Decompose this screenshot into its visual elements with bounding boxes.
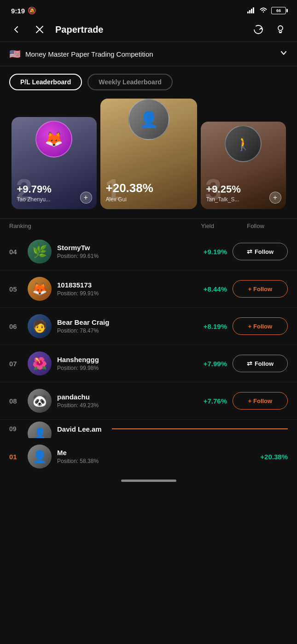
svg-rect-1 [249, 10, 250, 13]
podium-yield-1: +20.38% [106, 181, 192, 195]
partial-rank: 09 [9, 425, 22, 433]
home-bar [121, 480, 176, 482]
back-button[interactable] [9, 22, 24, 37]
me-info: Me Position: 58.38% [57, 449, 249, 464]
position-08: Position: 49.23% [57, 402, 188, 409]
username-06: Bear Bear Craig [57, 318, 188, 326]
competition-dropdown-icon[interactable] [280, 49, 288, 59]
me-rank: 01 [9, 453, 22, 461]
tab-weekly-leaderboard[interactable]: Weekly Leaderboard [87, 74, 173, 90]
rank-08: 08 [9, 397, 22, 405]
list-header-ranking: Ranking [9, 222, 46, 229]
follow-btn-06[interactable]: + Follow [233, 317, 288, 335]
follow-btn-07[interactable]: ⇄ Follow [233, 355, 288, 372]
avatar-06: 🧑 [28, 314, 52, 338]
rank-04: 04 [9, 248, 22, 256]
list-item: 06 🧑 Bear Bear Craig Position: 78.47% +8… [0, 308, 297, 345]
status-icons: 66 [247, 7, 286, 15]
refresh-button[interactable] [251, 22, 266, 37]
position-05: Position: 99.91% [57, 290, 188, 297]
info-07: Hanshenggg Position: 99.98% [57, 356, 188, 371]
yield-06: +8.19% [194, 322, 227, 330]
signal-icon [247, 7, 256, 15]
podium-info-2: +9.79% Tao Zhenyu... [12, 180, 97, 209]
follow-btn-08[interactable]: + Follow [233, 392, 288, 410]
competition-name: 🇺🇸 Money Master Paper Trading Competitio… [9, 48, 153, 59]
follow-arrow-icon-2: ⇄ [247, 360, 252, 367]
leaderboard-list: 04 🌿 StormyTw Position: 99.61% +9.19% ⇄ … [0, 233, 297, 438]
partial-name: David Lee.am [57, 425, 102, 433]
podium-info-3: +9.25% Tan_Talk_S... [201, 180, 286, 209]
info-08: pandachu Position: 49.23% [57, 393, 188, 409]
svg-point-7 [278, 26, 283, 30]
wifi-icon [259, 7, 268, 15]
svg-rect-3 [253, 7, 254, 13]
yield-05: +8.44% [194, 285, 227, 293]
list-header-yield: Yield [46, 222, 223, 229]
info-05: 101835173 Position: 99.91% [57, 281, 188, 297]
time: 9:19 [11, 7, 25, 15]
list-header-follow: Follow [223, 222, 288, 229]
tab-pl-leaderboard[interactable]: P/L Leaderboard [9, 74, 82, 90]
podium-rank-2: 2 🦊 +9.79% Tao Zhenyu... + [12, 117, 97, 209]
follow-arrow-icon: ⇄ [247, 248, 252, 255]
follow-btn-04[interactable]: ⇄ Follow [233, 243, 288, 260]
svg-rect-2 [251, 9, 252, 13]
podium-username-2: Tao Zhenyu... [17, 196, 91, 203]
mute-icon: 🔕 [28, 6, 36, 15]
follow-btn-05[interactable]: + Follow [233, 280, 288, 298]
me-yield: +20.38% [255, 453, 288, 461]
battery-icon: 66 [271, 7, 286, 14]
podium-rank-1: 1 👤 +20.38% Alex Gui [100, 99, 197, 209]
close-button[interactable] [32, 22, 47, 37]
me-row: 01 👤 Me Position: 58.38% +20.38% [0, 438, 297, 475]
podium-username-1: Alex Gui [106, 196, 192, 203]
yield-04: +9.19% [194, 248, 227, 256]
podium-yield-2: +9.79% [17, 183, 91, 195]
bulb-button[interactable] [273, 22, 288, 37]
avatar-07: 🌺 [28, 351, 52, 375]
avatar-04: 🌿 [28, 240, 52, 263]
partial-avatar: 👤 [28, 422, 52, 438]
tabs: P/L Leaderboard Weekly Leaderboard [0, 66, 297, 94]
podium-rank-3: 3 🚶 +9.25% Tan_Talk_S... + [201, 122, 286, 209]
avatar-08: 🐼 [28, 389, 52, 413]
podium-yield-3: +9.25% [206, 183, 280, 195]
list-item: 05 🦊 101835173 Position: 99.91% +8.44% +… [0, 270, 297, 308]
podium-avatar-3: 🚶 [201, 122, 286, 162]
position-06: Position: 78.47% [57, 328, 188, 334]
podium-avatar-1: 👤 [100, 99, 197, 140]
rank-06: 06 [9, 322, 22, 330]
username-07: Hanshenggg [57, 356, 188, 363]
rank-05: 05 [9, 285, 22, 293]
partial-list-item: 09 👤 David Lee.am [0, 420, 297, 438]
list-header: Ranking Yield Follow [0, 218, 297, 233]
yield-08: +7.76% [194, 397, 227, 405]
rank-07: 07 [9, 360, 22, 368]
flag-icon: 🇺🇸 [9, 48, 21, 59]
header: Papertrade [0, 18, 297, 41]
podium-section: 2 🦊 +9.79% Tao Zhenyu... + 1 👤 +20.38% A… [0, 94, 297, 218]
list-item: 08 🐼 pandachu Position: 49.23% +7.76% + … [0, 382, 297, 420]
podium-username-3: Tan_Talk_S... [206, 196, 280, 203]
me-position: Position: 58.38% [57, 458, 249, 464]
yield-07: +7.99% [194, 360, 227, 368]
competition-bar[interactable]: 🇺🇸 Money Master Paper Trading Competitio… [0, 41, 297, 66]
position-04: Position: 99.61% [57, 253, 188, 259]
username-05: 101835173 [57, 281, 188, 289]
me-username: Me [57, 449, 249, 457]
list-item: 04 🌿 StormyTw Position: 99.61% +9.19% ⇄ … [0, 233, 297, 270]
info-06: Bear Bear Craig Position: 78.47% [57, 318, 188, 334]
status-bar: 9:19 🔕 66 [0, 0, 297, 18]
info-04: StormyTw Position: 99.61% [57, 244, 188, 259]
me-avatar: 👤 [28, 445, 52, 468]
list-item: 07 🌺 Hanshenggg Position: 99.98% +7.99% … [0, 345, 297, 382]
podium-avatar-2: 🦊 [12, 117, 97, 158]
podium-info-1: +20.38% Alex Gui [100, 177, 197, 209]
home-indicator [0, 475, 297, 489]
username-08: pandachu [57, 393, 188, 401]
page-title: Papertrade [55, 24, 104, 35]
header-left: Papertrade [9, 22, 104, 37]
svg-rect-0 [247, 12, 249, 13]
username-04: StormyTw [57, 244, 188, 252]
